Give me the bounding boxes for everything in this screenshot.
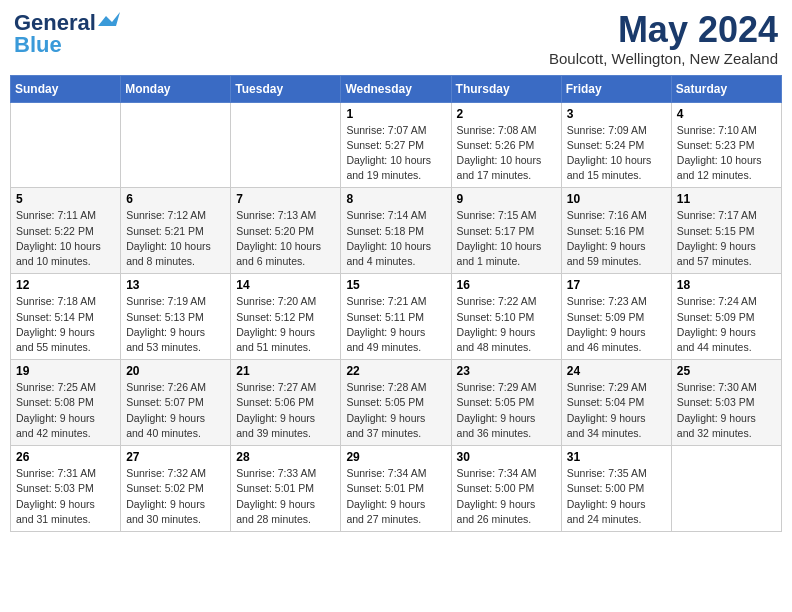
calendar-cell: 24Sunrise: 7:29 AM Sunset: 5:04 PM Dayli… <box>561 360 671 446</box>
calendar-cell: 7Sunrise: 7:13 AM Sunset: 5:20 PM Daylig… <box>231 188 341 274</box>
logo-blue: Blue <box>14 32 62 58</box>
week-row-5: 26Sunrise: 7:31 AM Sunset: 5:03 PM Dayli… <box>11 446 782 532</box>
day-number: 11 <box>677 192 776 206</box>
calendar-cell: 9Sunrise: 7:15 AM Sunset: 5:17 PM Daylig… <box>451 188 561 274</box>
day-number: 1 <box>346 107 445 121</box>
day-number: 3 <box>567 107 666 121</box>
calendar-cell: 31Sunrise: 7:35 AM Sunset: 5:00 PM Dayli… <box>561 446 671 532</box>
calendar-cell <box>671 446 781 532</box>
day-number: 15 <box>346 278 445 292</box>
calendar-cell: 11Sunrise: 7:17 AM Sunset: 5:15 PM Dayli… <box>671 188 781 274</box>
header-thursday: Thursday <box>451 75 561 102</box>
month-title: May 2024 <box>549 10 778 50</box>
header-monday: Monday <box>121 75 231 102</box>
logo-bird-icon <box>98 12 120 30</box>
day-number: 28 <box>236 450 335 464</box>
day-info: Sunrise: 7:08 AM Sunset: 5:26 PM Dayligh… <box>457 123 556 184</box>
day-info: Sunrise: 7:19 AM Sunset: 5:13 PM Dayligh… <box>126 294 225 355</box>
calendar-cell: 12Sunrise: 7:18 AM Sunset: 5:14 PM Dayli… <box>11 274 121 360</box>
day-info: Sunrise: 7:35 AM Sunset: 5:00 PM Dayligh… <box>567 466 666 527</box>
day-info: Sunrise: 7:24 AM Sunset: 5:09 PM Dayligh… <box>677 294 776 355</box>
day-number: 6 <box>126 192 225 206</box>
calendar-table: SundayMondayTuesdayWednesdayThursdayFrid… <box>10 75 782 532</box>
day-number: 25 <box>677 364 776 378</box>
calendar-cell: 21Sunrise: 7:27 AM Sunset: 5:06 PM Dayli… <box>231 360 341 446</box>
day-info: Sunrise: 7:20 AM Sunset: 5:12 PM Dayligh… <box>236 294 335 355</box>
day-info: Sunrise: 7:17 AM Sunset: 5:15 PM Dayligh… <box>677 208 776 269</box>
day-number: 19 <box>16 364 115 378</box>
day-number: 22 <box>346 364 445 378</box>
day-info: Sunrise: 7:23 AM Sunset: 5:09 PM Dayligh… <box>567 294 666 355</box>
day-info: Sunrise: 7:33 AM Sunset: 5:01 PM Dayligh… <box>236 466 335 527</box>
calendar-cell <box>11 102 121 188</box>
day-number: 29 <box>346 450 445 464</box>
day-number: 21 <box>236 364 335 378</box>
day-number: 16 <box>457 278 556 292</box>
day-number: 8 <box>346 192 445 206</box>
day-number: 9 <box>457 192 556 206</box>
day-info: Sunrise: 7:31 AM Sunset: 5:03 PM Dayligh… <box>16 466 115 527</box>
day-number: 18 <box>677 278 776 292</box>
day-number: 30 <box>457 450 556 464</box>
calendar-cell: 26Sunrise: 7:31 AM Sunset: 5:03 PM Dayli… <box>11 446 121 532</box>
day-info: Sunrise: 7:29 AM Sunset: 5:05 PM Dayligh… <box>457 380 556 441</box>
calendar-cell: 28Sunrise: 7:33 AM Sunset: 5:01 PM Dayli… <box>231 446 341 532</box>
calendar-cell: 2Sunrise: 7:08 AM Sunset: 5:26 PM Daylig… <box>451 102 561 188</box>
day-info: Sunrise: 7:27 AM Sunset: 5:06 PM Dayligh… <box>236 380 335 441</box>
calendar-cell: 22Sunrise: 7:28 AM Sunset: 5:05 PM Dayli… <box>341 360 451 446</box>
day-info: Sunrise: 7:11 AM Sunset: 5:22 PM Dayligh… <box>16 208 115 269</box>
calendar-cell: 17Sunrise: 7:23 AM Sunset: 5:09 PM Dayli… <box>561 274 671 360</box>
day-number: 24 <box>567 364 666 378</box>
day-info: Sunrise: 7:10 AM Sunset: 5:23 PM Dayligh… <box>677 123 776 184</box>
day-number: 31 <box>567 450 666 464</box>
header-sunday: Sunday <box>11 75 121 102</box>
day-info: Sunrise: 7:29 AM Sunset: 5:04 PM Dayligh… <box>567 380 666 441</box>
calendar-cell: 20Sunrise: 7:26 AM Sunset: 5:07 PM Dayli… <box>121 360 231 446</box>
calendar-cell: 14Sunrise: 7:20 AM Sunset: 5:12 PM Dayli… <box>231 274 341 360</box>
calendar-cell: 27Sunrise: 7:32 AM Sunset: 5:02 PM Dayli… <box>121 446 231 532</box>
day-info: Sunrise: 7:32 AM Sunset: 5:02 PM Dayligh… <box>126 466 225 527</box>
calendar-cell: 19Sunrise: 7:25 AM Sunset: 5:08 PM Dayli… <box>11 360 121 446</box>
day-number: 23 <box>457 364 556 378</box>
day-number: 2 <box>457 107 556 121</box>
calendar-cell: 4Sunrise: 7:10 AM Sunset: 5:23 PM Daylig… <box>671 102 781 188</box>
day-info: Sunrise: 7:34 AM Sunset: 5:00 PM Dayligh… <box>457 466 556 527</box>
day-info: Sunrise: 7:12 AM Sunset: 5:21 PM Dayligh… <box>126 208 225 269</box>
day-info: Sunrise: 7:22 AM Sunset: 5:10 PM Dayligh… <box>457 294 556 355</box>
calendar-cell: 8Sunrise: 7:14 AM Sunset: 5:18 PM Daylig… <box>341 188 451 274</box>
calendar-cell: 1Sunrise: 7:07 AM Sunset: 5:27 PM Daylig… <box>341 102 451 188</box>
day-number: 14 <box>236 278 335 292</box>
calendar-cell: 6Sunrise: 7:12 AM Sunset: 5:21 PM Daylig… <box>121 188 231 274</box>
day-info: Sunrise: 7:15 AM Sunset: 5:17 PM Dayligh… <box>457 208 556 269</box>
header-tuesday: Tuesday <box>231 75 341 102</box>
day-info: Sunrise: 7:18 AM Sunset: 5:14 PM Dayligh… <box>16 294 115 355</box>
day-number: 26 <box>16 450 115 464</box>
calendar-cell: 29Sunrise: 7:34 AM Sunset: 5:01 PM Dayli… <box>341 446 451 532</box>
day-info: Sunrise: 7:09 AM Sunset: 5:24 PM Dayligh… <box>567 123 666 184</box>
day-info: Sunrise: 7:34 AM Sunset: 5:01 PM Dayligh… <box>346 466 445 527</box>
day-number: 7 <box>236 192 335 206</box>
calendar-cell: 13Sunrise: 7:19 AM Sunset: 5:13 PM Dayli… <box>121 274 231 360</box>
day-number: 20 <box>126 364 225 378</box>
day-number: 5 <box>16 192 115 206</box>
calendar-cell: 5Sunrise: 7:11 AM Sunset: 5:22 PM Daylig… <box>11 188 121 274</box>
header-saturday: Saturday <box>671 75 781 102</box>
day-number: 17 <box>567 278 666 292</box>
day-info: Sunrise: 7:14 AM Sunset: 5:18 PM Dayligh… <box>346 208 445 269</box>
calendar-cell: 15Sunrise: 7:21 AM Sunset: 5:11 PM Dayli… <box>341 274 451 360</box>
week-row-3: 12Sunrise: 7:18 AM Sunset: 5:14 PM Dayli… <box>11 274 782 360</box>
title-section: May 2024 Boulcott, Wellington, New Zeala… <box>549 10 778 67</box>
calendar-cell: 16Sunrise: 7:22 AM Sunset: 5:10 PM Dayli… <box>451 274 561 360</box>
day-info: Sunrise: 7:07 AM Sunset: 5:27 PM Dayligh… <box>346 123 445 184</box>
day-info: Sunrise: 7:21 AM Sunset: 5:11 PM Dayligh… <box>346 294 445 355</box>
header-wednesday: Wednesday <box>341 75 451 102</box>
page-header: General Blue May 2024 Boulcott, Wellingt… <box>10 10 782 67</box>
week-row-2: 5Sunrise: 7:11 AM Sunset: 5:22 PM Daylig… <box>11 188 782 274</box>
day-number: 12 <box>16 278 115 292</box>
day-info: Sunrise: 7:28 AM Sunset: 5:05 PM Dayligh… <box>346 380 445 441</box>
calendar-cell: 25Sunrise: 7:30 AM Sunset: 5:03 PM Dayli… <box>671 360 781 446</box>
week-row-1: 1Sunrise: 7:07 AM Sunset: 5:27 PM Daylig… <box>11 102 782 188</box>
day-info: Sunrise: 7:30 AM Sunset: 5:03 PM Dayligh… <box>677 380 776 441</box>
calendar-cell: 30Sunrise: 7:34 AM Sunset: 5:00 PM Dayli… <box>451 446 561 532</box>
week-row-4: 19Sunrise: 7:25 AM Sunset: 5:08 PM Dayli… <box>11 360 782 446</box>
